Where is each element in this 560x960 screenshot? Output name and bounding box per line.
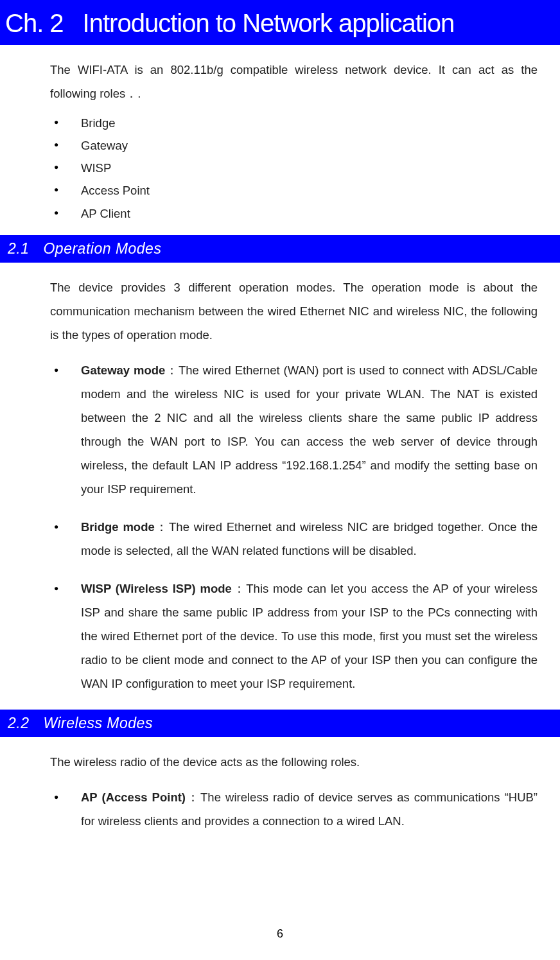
term-gateway: Gateway mode [81,363,165,377]
section-title: Operation Modes [43,240,161,257]
section-2-1-body: The device provides 3 different operatio… [0,263,560,695]
intro-text: The WIFI-ATA is an 802.11b/g compatible … [50,58,538,105]
section-2-2-intro: The wireless radio of the device acts as… [50,750,538,774]
section-title: Wireless Modes [43,715,152,731]
section-heading-2-1: 2.1Operation Modes [0,235,560,263]
section-number: 2.1 [8,240,29,257]
section-2-2-body: The wireless radio of the device acts as… [0,737,560,833]
chapter-number: Ch. 2 [5,9,64,37]
role-label: AP Client [81,207,130,220]
desc-wisp: This mode can let you access the AP of y… [81,582,538,690]
role-label: Access Point [81,184,150,197]
chapter-heading: Ch. 2Introduction to Network application [0,0,560,45]
role-label: WISP [81,161,111,175]
wireless-modes-list: AP (Access Point)：The wireless radio of … [50,774,538,833]
list-item: WISP [54,157,538,179]
term-wisp: WISP (Wireless ISP) mode [81,582,232,595]
section-2-1-intro: The device provides 3 different operatio… [50,275,538,347]
list-item: Bridge mode：The wired Ethernet and wirel… [54,515,538,563]
term-bridge: Bridge mode [81,520,155,534]
list-item: Access Point [54,179,538,202]
chapter-title: Introduction to Network application [83,9,455,37]
section-number: 2.2 [8,715,29,731]
role-label: Bridge [81,116,115,130]
sep: ： [232,582,246,595]
section-heading-2-2: 2.2Wireless Modes [0,710,560,737]
desc-gateway: The wired Ethernet (WAN) port is used to… [81,363,538,496]
list-item: Gateway mode：The wired Ethernet (WAN) po… [54,358,538,501]
list-item: AP Client [54,202,538,225]
role-label: Gateway [81,139,128,152]
term-ap: AP (Access Point) [81,790,186,804]
roles-list: Bridge Gateway WISP Access Point AP Clie… [50,105,538,232]
sep: ： [155,520,169,534]
list-item: WISP (Wireless ISP) mode：This mode can l… [54,577,538,695]
list-item: Gateway [54,134,538,157]
list-item: AP (Access Point)：The wireless radio of … [54,785,538,833]
sep: ： [186,790,200,804]
page-number: 6 [0,927,560,941]
operation-modes-list: Gateway mode：The wired Ethernet (WAN) po… [50,347,538,695]
sep: ： [165,363,179,377]
list-item: Bridge [54,112,538,134]
intro-block: The WIFI-ATA is an 802.11b/g compatible … [0,45,560,232]
